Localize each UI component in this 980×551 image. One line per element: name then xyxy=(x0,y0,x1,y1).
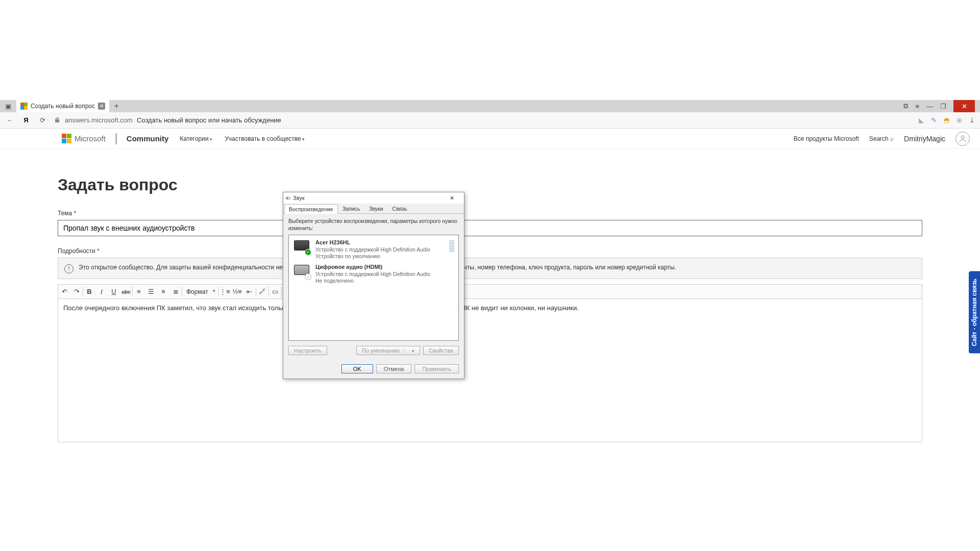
device-item[interactable]: ↓ Цифровое аудио (HDMI) Устройство с под… xyxy=(289,262,458,286)
shield-icon[interactable]: ◓ xyxy=(944,116,949,124)
feather-icon[interactable]: ✎ xyxy=(931,116,937,124)
dialog-close-icon[interactable]: ✕ xyxy=(442,195,462,202)
underline-icon[interactable]: U xyxy=(108,285,120,298)
outdent-icon[interactable]: ⇤ xyxy=(243,285,256,298)
window-minimize-icon[interactable]: — xyxy=(926,103,933,110)
apply-button[interactable]: Применить xyxy=(414,364,459,373)
device-list[interactable]: ✓ Acer H236HL Устройство с поддержкой Hi… xyxy=(288,235,459,341)
redo-icon[interactable]: ↷ xyxy=(70,285,83,298)
menu-icon[interactable]: ≡ xyxy=(915,103,919,110)
url-field[interactable]: 🔒︎ answers.microsoft.com Создать новый в… xyxy=(54,116,912,124)
tab-title: Создать новый вопрос xyxy=(31,103,95,110)
speaker-icon: 🔊︎ xyxy=(285,195,291,201)
device-status: Устройство по умолчанию xyxy=(315,253,430,260)
device-name: Acer H236HL xyxy=(315,239,430,246)
strike-icon[interactable]: abc xyxy=(120,285,132,298)
dialog-tabs: Воспроизведение Запись Звуки Связь xyxy=(283,204,464,214)
link-icon[interactable]: 🔗︎ xyxy=(256,285,268,298)
number-list-icon[interactable]: ½≡ xyxy=(231,285,243,298)
italic-icon[interactable]: I xyxy=(95,285,108,298)
editor-body[interactable]: После очередного включения ПК заметил, ч… xyxy=(58,299,922,442)
ms-logo-icon xyxy=(61,134,71,144)
browser-tab-strip: ▣ Создать новый вопрос ✕ + ⧉ ≡ — ❐ ✕ xyxy=(0,100,980,112)
dialog-title: Звук xyxy=(293,195,305,201)
nav-categories[interactable]: Категории xyxy=(180,135,212,142)
device-item[interactable]: ✓ Acer H236HL Устройство с поддержкой Hi… xyxy=(289,237,458,262)
bullet-list-icon[interactable]: ⋮≡ xyxy=(219,285,231,298)
device-name: Цифровое аудио (HDMI) xyxy=(315,264,430,271)
privacy-notice: ! Это открытое сообщество. Для защиты ва… xyxy=(58,258,922,279)
tab-sounds[interactable]: Звуки xyxy=(364,204,387,213)
window-maximize-icon[interactable]: ❐ xyxy=(940,103,946,110)
tab-recording[interactable]: Запись xyxy=(338,204,364,213)
monitor-icon: ↓ xyxy=(293,264,311,279)
format-dropdown[interactable]: Формат xyxy=(182,288,218,295)
theme-input[interactable] xyxy=(58,220,922,236)
pip-icon[interactable]: ⧉ xyxy=(903,102,908,110)
username-label[interactable]: DmitriyMagic xyxy=(904,135,945,143)
editor-toolbar: ↶ ↷ B I U abc ≡ ☰ ≡ ≣ Формат ⋮≡ ½≡ ⇤ 🔗︎ … xyxy=(58,285,922,299)
ms-favicon xyxy=(20,103,28,110)
cancel-button[interactable]: Отмена xyxy=(376,364,411,373)
align-center-icon[interactable]: ☰ xyxy=(145,285,157,298)
back-icon[interactable]: ← xyxy=(5,116,14,124)
microsoft-logo[interactable]: Microsoft xyxy=(61,134,106,144)
default-button[interactable]: По умолчанию xyxy=(356,346,420,355)
browser-tab[interactable]: Создать новый вопрос ✕ xyxy=(16,100,109,112)
nav-products[interactable]: Все продукты Microsoft xyxy=(794,135,859,142)
theme-label: Тема * xyxy=(58,210,922,217)
device-status: Не подключено xyxy=(315,278,430,284)
page-title: Задать вопрос xyxy=(58,176,922,194)
reload-icon[interactable]: ⟳ xyxy=(38,116,47,124)
svg-point-0 xyxy=(961,136,964,139)
brand-label: Microsoft xyxy=(75,134,106,143)
bold-icon[interactable]: B xyxy=(83,285,95,298)
panel-toggle-icon[interactable]: ▣ xyxy=(0,103,16,110)
site-header: Microsoft Community Категории Участвоват… xyxy=(0,129,980,149)
rich-text-editor: ↶ ↷ B I U abc ≡ ☰ ≡ ≣ Формат ⋮≡ ½≡ ⇤ 🔗︎ … xyxy=(58,284,922,442)
details-label: Подробности * xyxy=(58,247,922,255)
properties-button[interactable]: Свойства xyxy=(423,346,459,355)
info-icon: ! xyxy=(64,264,74,273)
window-close-icon[interactable]: ✕ xyxy=(953,100,975,112)
url-title: Создать новый вопрос или начать обсужден… xyxy=(137,116,281,124)
page-content: Задать вопрос Тема * Подробности * ! Это… xyxy=(58,153,922,442)
downloads-icon[interactable]: ⤓ xyxy=(969,116,975,124)
yandex-icon[interactable]: Я xyxy=(21,116,31,124)
tab-close-icon[interactable]: ✕ xyxy=(98,103,105,110)
avatar-icon[interactable] xyxy=(955,132,970,146)
bookmark-icon[interactable]: ◣ xyxy=(919,116,924,124)
monitor-icon: ✓ xyxy=(293,239,311,255)
tab-playback[interactable]: Воспроизведение xyxy=(284,204,338,214)
divider xyxy=(116,133,116,144)
image-icon[interactable]: ▭ xyxy=(269,285,281,298)
url-domain: answers.microsoft.com xyxy=(65,116,133,124)
nav-participate[interactable]: Участвовать в сообществе xyxy=(225,135,305,142)
device-desc: Устройство с поддержкой High Definition … xyxy=(315,246,430,253)
dialog-titlebar[interactable]: 🔊︎ Звук ✕ xyxy=(283,192,464,204)
configure-button[interactable]: Настроить xyxy=(288,346,327,355)
level-meter-icon xyxy=(449,239,454,260)
undo-icon[interactable]: ↶ xyxy=(58,285,70,298)
new-tab-button[interactable]: + xyxy=(109,102,124,111)
lock-icon: 🔒︎ xyxy=(54,116,61,124)
align-left-icon[interactable]: ≡ xyxy=(133,285,145,298)
search-link[interactable]: Search ⌕ xyxy=(869,135,894,142)
ok-button[interactable]: OK xyxy=(341,364,373,373)
feedback-tab[interactable]: Сайт - обратная связь xyxy=(969,271,980,354)
dialog-instruction: Выберите устройство воспроизведения, пар… xyxy=(288,218,459,232)
align-justify-icon[interactable]: ≣ xyxy=(169,285,182,298)
tab-communications[interactable]: Связь xyxy=(388,204,412,213)
align-right-icon[interactable]: ≡ xyxy=(157,285,169,298)
globe-icon[interactable]: ⊕ xyxy=(957,116,962,124)
sound-dialog: 🔊︎ Звук ✕ Воспроизведение Запись Звуки С… xyxy=(283,192,464,379)
device-desc: Устройство с поддержкой High Definition … xyxy=(315,271,430,278)
address-bar: ← Я ⟳ 🔒︎ answers.microsoft.com Создать н… xyxy=(0,112,980,129)
community-link[interactable]: Community xyxy=(127,134,169,143)
